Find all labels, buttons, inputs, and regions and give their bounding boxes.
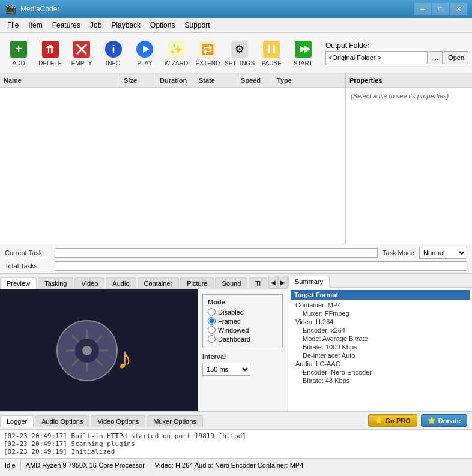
tab-video[interactable]: Video bbox=[74, 277, 104, 289]
preview-area: ♪ bbox=[0, 289, 198, 411]
start-button[interactable]: START bbox=[288, 35, 318, 70]
mode-group: Mode Disabled Framed Windowed bbox=[202, 294, 283, 348]
mode-disabled-radio[interactable] bbox=[208, 308, 216, 316]
add-icon: + bbox=[9, 40, 28, 59]
menu-file[interactable]: File bbox=[2, 19, 23, 31]
menu-item[interactable]: Item bbox=[23, 19, 47, 31]
tab-picture[interactable]: Picture bbox=[180, 277, 214, 289]
left-panel: Preview Tasking Video Audio Container Pi… bbox=[0, 274, 288, 411]
tab-sound[interactable]: Sound bbox=[215, 277, 247, 289]
mode-framed[interactable]: Framed bbox=[208, 317, 277, 325]
status-state: Idle bbox=[0, 459, 21, 471]
title-bar: 🎬 MediaCoder ─ □ ✕ bbox=[0, 0, 472, 18]
settings-button[interactable]: ⚙ SETTINGS bbox=[224, 35, 255, 70]
menu-options[interactable]: Options bbox=[145, 19, 180, 31]
bottom-tab-muxer-options[interactable]: Muxer Options bbox=[147, 415, 203, 427]
status-cpu: AMD Ryzen 9 7950X 16-Core Processor bbox=[21, 459, 150, 471]
bottom-tab-audio-options[interactable]: Audio Options bbox=[35, 415, 89, 427]
pause-label: PAUSE bbox=[262, 60, 282, 67]
delete-label: DELETE bbox=[38, 60, 62, 67]
start-icon bbox=[294, 40, 313, 59]
close-button[interactable]: ✕ bbox=[450, 3, 467, 15]
empty-icon bbox=[72, 40, 91, 59]
properties-panel: Properties (Select a file to see its pro… bbox=[346, 73, 472, 244]
tabs-section: Preview Tasking Video Audio Container Pi… bbox=[0, 274, 472, 412]
window-controls: ─ □ ✕ bbox=[414, 3, 467, 15]
interval-group: Interval 150 ms 500 ms 1 s 2 s bbox=[202, 353, 283, 376]
menu-support[interactable]: Support bbox=[180, 19, 214, 31]
col-type[interactable]: Type bbox=[273, 73, 345, 87]
browse-button[interactable]: ... bbox=[429, 51, 443, 64]
menu-job[interactable]: Job bbox=[85, 19, 106, 31]
minimize-button[interactable]: ─ bbox=[414, 3, 431, 15]
wizard-button[interactable]: ✨ WIZARD bbox=[161, 35, 191, 70]
tab-container[interactable]: Container bbox=[138, 277, 180, 289]
pause-button[interactable]: PAUSE bbox=[256, 35, 286, 70]
open-button[interactable]: Open bbox=[444, 51, 468, 64]
extend-icon: 🔁 bbox=[198, 40, 217, 59]
mode-disabled[interactable]: Disabled bbox=[208, 308, 277, 316]
play-button[interactable]: PLAY bbox=[130, 35, 160, 70]
mode-group-title: Mode bbox=[208, 298, 277, 306]
interval-select[interactable]: 150 ms 500 ms 1 s 2 s bbox=[202, 363, 250, 376]
menu-playback[interactable]: Playback bbox=[106, 19, 145, 31]
summary-item-bitrate: Bitrate: 1000 Kbps bbox=[291, 343, 470, 351]
start-label: START bbox=[294, 60, 313, 67]
col-state[interactable]: State bbox=[195, 73, 237, 87]
summary-panel: Target Format Container: MP4 Muxer: FFmp… bbox=[288, 288, 472, 411]
status-info: Video: H.264 Audio: Nero Encoder Contain… bbox=[150, 459, 472, 471]
tab-next-btn[interactable]: ▶ bbox=[278, 276, 288, 289]
properties-content: (Select a file to see its properties) bbox=[346, 88, 472, 104]
bottom-tab-logger[interactable]: Logger bbox=[0, 415, 34, 427]
wizard-label: WIZARD bbox=[165, 60, 188, 67]
preview-image: ♪ bbox=[39, 309, 159, 393]
mode-framed-radio[interactable] bbox=[208, 317, 216, 325]
bottom-tab-video-options[interactable]: Video Options bbox=[91, 415, 145, 427]
add-button[interactable]: + ADD bbox=[4, 35, 34, 70]
tab-audio[interactable]: Audio bbox=[106, 277, 136, 289]
tab-tasking[interactable]: Tasking bbox=[38, 277, 73, 289]
tab-summary[interactable]: Summary bbox=[288, 276, 330, 288]
empty-button[interactable]: EMPTY bbox=[67, 35, 97, 70]
file-list-body[interactable] bbox=[0, 88, 345, 244]
summary-item-video: Video: H.264 bbox=[291, 318, 470, 326]
current-task-label: Current Task: bbox=[5, 249, 50, 256]
donate-button[interactable]: ⭐ Donate bbox=[421, 414, 467, 427]
output-folder-input[interactable] bbox=[325, 51, 428, 64]
tab-prev-btn[interactable]: ◀ bbox=[268, 276, 278, 289]
svg-rect-17 bbox=[263, 41, 280, 58]
svg-text:🔁: 🔁 bbox=[202, 44, 214, 55]
col-name[interactable]: Name bbox=[0, 73, 120, 87]
wizard-icon: ✨ bbox=[166, 40, 186, 59]
mode-dashboard[interactable]: Dashboard bbox=[208, 335, 277, 343]
mode-windowed[interactable]: Windowed bbox=[208, 326, 277, 334]
svg-text:⚙: ⚙ bbox=[235, 43, 244, 55]
col-size[interactable]: Size bbox=[120, 73, 156, 87]
maximize-button[interactable]: □ bbox=[432, 3, 449, 15]
tab-ti[interactable]: Ti bbox=[249, 277, 267, 289]
task-mode-select[interactable]: Normal Batch Queue bbox=[419, 247, 467, 259]
menu-features[interactable]: Features bbox=[47, 19, 85, 31]
mode-windowed-radio[interactable] bbox=[208, 326, 216, 334]
go-pro-button[interactable]: ⭐ Go PRO bbox=[368, 414, 417, 427]
bottom-tab-bar: Logger Audio Options Video Options Muxer… bbox=[0, 414, 363, 427]
svg-point-26 bbox=[82, 346, 92, 355]
summary-item-mode: Mode: Average Bitrate bbox=[291, 334, 470, 343]
output-folder-area: Output Folder ... Open bbox=[319, 41, 468, 64]
extend-button[interactable]: 🔁 EXTEND bbox=[193, 35, 223, 70]
mode-windowed-label: Windowed bbox=[218, 327, 249, 334]
log-line-2: [02-23 20:49:17] Scanning plugins bbox=[4, 440, 468, 448]
col-speed[interactable]: Speed bbox=[237, 73, 273, 87]
summary-target-format: Target Format bbox=[291, 290, 470, 300]
play-icon bbox=[135, 40, 154, 59]
info-button[interactable]: i INFO bbox=[98, 35, 128, 70]
summary-item-muxer: Muxer: FFmpeg bbox=[291, 309, 470, 318]
delete-button[interactable]: 🗑 DELETE bbox=[35, 35, 65, 70]
mode-dashboard-radio[interactable] bbox=[208, 335, 216, 343]
total-task-bar bbox=[55, 261, 467, 271]
mode-panel: Mode Disabled Framed Windowed bbox=[198, 289, 288, 411]
settings-label: SETTINGS bbox=[225, 60, 255, 67]
col-duration[interactable]: Duration bbox=[156, 73, 195, 87]
tab-preview[interactable]: Preview bbox=[0, 277, 37, 289]
info-label: INFO bbox=[106, 60, 121, 67]
